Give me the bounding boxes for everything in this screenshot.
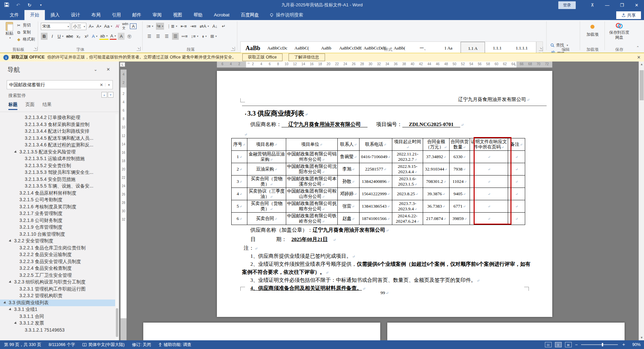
table-cell[interactable]: 5 bbox=[232, 200, 247, 213]
baidu-save-button[interactable]: 保存到百度网盘 bbox=[607, 23, 631, 40]
close-button[interactable]: ✕ bbox=[629, 0, 644, 10]
restore-button[interactable]: ❐ bbox=[615, 0, 629, 10]
table-cell[interactable]: 赵鑫 bbox=[338, 213, 359, 225]
character-shading-button[interactable]: A bbox=[118, 33, 125, 40]
increase-indent-button[interactable]: ⇥≡ bbox=[189, 23, 197, 30]
table-cell[interactable]: 鲁琬莹 bbox=[338, 151, 359, 163]
nav-tree-item[interactable]: 3.2.3 组织机构设置与职责分工制度 bbox=[0, 279, 115, 286]
styles-dialog-launcher[interactable]: ↘ bbox=[539, 47, 543, 51]
nav-tree-item[interactable]: 3.2.3.1 管理机构工作职能运行图 bbox=[0, 286, 115, 293]
nav-tree-item[interactable]: 3.2.3.2 管理机构职责 bbox=[0, 293, 115, 300]
dismiss-license-bar-icon[interactable]: ✕ bbox=[637, 55, 641, 60]
table-cell[interactable]: 李旭 bbox=[338, 163, 359, 176]
table-cell[interactable]: 0416-7106049 bbox=[359, 151, 392, 163]
nav-tab[interactable]: 页面 bbox=[25, 102, 34, 110]
nav-tree-item[interactable]: 3.3.1.1 合同 bbox=[0, 313, 115, 320]
page-header[interactable]: 辽宁九月葵食用油开发有限公司 bbox=[242, 96, 530, 103]
phonetic-guide-button[interactable]: wén文 bbox=[122, 23, 129, 30]
date-line[interactable]: 日 期：2025年08月21日 bbox=[250, 236, 336, 243]
table-cell[interactable]: 36.7383 bbox=[423, 200, 450, 213]
table-cell[interactable]: 9405 bbox=[450, 188, 470, 200]
table-cell[interactable]: 22581577 bbox=[359, 163, 392, 176]
sort-button[interactable]: A↓ bbox=[212, 23, 218, 30]
track-changes-indicator[interactable]: 修订: 关闭 bbox=[132, 342, 151, 348]
zoom-in-icon[interactable]: ＋ bbox=[621, 342, 626, 348]
asian-layout-button[interactable]: ⇄A▾ bbox=[199, 23, 210, 30]
underline-button[interactable]: U▾ bbox=[57, 33, 64, 40]
distribute-button[interactable]: ⇿≡ bbox=[181, 33, 188, 40]
zoom-slider[interactable] bbox=[581, 344, 618, 345]
addins-button[interactable]: 加载项 bbox=[583, 23, 602, 37]
nav-tree-item[interactable]: 3.2.1.3.4.5 配送车辆和配送人员... bbox=[0, 135, 115, 142]
font-size-combo[interactable]: 小三▾ bbox=[72, 23, 86, 30]
table-cell[interactable]: 1 bbox=[232, 151, 247, 163]
share-button[interactable]: 共享 bbox=[616, 11, 641, 19]
ribbon-tab[interactable]: 审阅 bbox=[147, 10, 167, 20]
table-cell[interactable]: 6 bbox=[232, 213, 247, 225]
shrink-font-button[interactable]: A▼ bbox=[96, 23, 102, 30]
superscript-button[interactable]: x² bbox=[83, 33, 90, 40]
subscript-button[interactable]: x₂ bbox=[75, 33, 82, 40]
scroll-down-icon[interactable]: ▼ bbox=[639, 335, 644, 340]
ribbon-tab[interactable]: 布局 bbox=[86, 10, 106, 20]
table-cell[interactable]: 32.910344 bbox=[423, 163, 450, 176]
table-cell[interactable]: 2023.8.25 bbox=[392, 188, 423, 200]
table-cell[interactable]: 中国邮政集团有限公司铁岭市分公司 bbox=[286, 213, 338, 225]
bold-button[interactable]: B bbox=[41, 33, 48, 40]
table-cell[interactable]: 中国邮政集团有限公司本溪市分公司 bbox=[286, 176, 338, 188]
align-center-button[interactable]: ☰ bbox=[155, 33, 161, 40]
paste-button[interactable]: 粘贴▾ bbox=[5, 22, 13, 39]
table-cell[interactable]: 买卖合同 bbox=[247, 213, 286, 225]
nav-tree-item[interactable]: 3.2.1.10 台账管理制度 bbox=[0, 231, 115, 238]
nav-tree-item[interactable]: 3.3 供应商业绩列表 bbox=[0, 300, 115, 307]
table-cell[interactable]: 中国邮政集团有限公司沈阳市分公司 bbox=[286, 163, 338, 176]
table-cell[interactable]: 中国邮政集团有限公司抚顺市分公司 bbox=[286, 200, 338, 213]
language-indicator[interactable]: 简体中文(中国大陆) bbox=[82, 342, 125, 348]
nav-tree-item[interactable]: 3.3.1 业绩1 bbox=[0, 306, 115, 313]
strikethrough-button[interactable]: abc bbox=[65, 33, 74, 40]
nav-tree-item[interactable]: 3.2.1.9 仓库管理制度 bbox=[0, 224, 115, 231]
nav-tree-item[interactable]: 3.2.1.3.5 配送安全风险管理 bbox=[0, 149, 115, 156]
nav-tree-item[interactable]: 3.2.1.3.5.2 安全责任制 bbox=[0, 162, 115, 169]
table-cell[interactable]: 4 bbox=[232, 188, 247, 200]
nav-pane-close-icon[interactable]: ✕ bbox=[106, 67, 110, 72]
expand-triangle-icon[interactable] bbox=[3, 301, 7, 305]
nav-scrollbar[interactable] bbox=[115, 114, 118, 340]
nav-tree-item[interactable]: 3.2.1.3.5.4 安全防范措施 bbox=[0, 176, 115, 183]
table-cell[interactable]: 39.3876 bbox=[423, 188, 450, 200]
nav-tree-item[interactable]: 3.2.1.8 公司财务制度 bbox=[0, 217, 115, 224]
ribbon-tab[interactable]: 视图 bbox=[167, 10, 188, 20]
character-border-button[interactable]: A bbox=[130, 23, 137, 29]
document-scrollbar[interactable]: ▲ ▼ bbox=[639, 62, 644, 340]
align-right-button[interactable]: ☰ bbox=[163, 33, 170, 40]
decrease-indent-button[interactable]: ⇤≡ bbox=[180, 23, 187, 30]
highlight-color-button[interactable]: ab▾ bbox=[99, 33, 108, 40]
table-cell[interactable]: 2023.7.3-2023.9.4 bbox=[392, 200, 423, 213]
nav-tree-item[interactable]: 3.2.2.2 食品安全运输制度 bbox=[0, 251, 115, 258]
nav-tree-item[interactable]: 3.2.2.1 食品仓库卫生岗位责任制 bbox=[0, 245, 115, 252]
table-cell[interactable]: 13841386543 bbox=[359, 200, 392, 213]
supplier-info-line[interactable]: 供应商名称：辽宁九月葵食用油开发有限公司项目编号：ZDLNCG2025-0701 bbox=[250, 121, 464, 128]
text-effects-button[interactable]: A▾ bbox=[91, 33, 98, 40]
learn-more-button[interactable]: 了解详细信息 bbox=[289, 53, 325, 61]
nav-tree-item[interactable]: 3.2.1.3.4.4 配送计划和路线安排 bbox=[0, 128, 115, 135]
nav-tree-item[interactable]: 3.2.1.5 公司考勤制度 bbox=[0, 197, 115, 204]
clipboard-dialog-launcher[interactable]: ↘ bbox=[33, 47, 37, 51]
nav-tree-item[interactable]: 3.2.1.6 考核制度及奖罚制度 bbox=[0, 204, 115, 211]
table-cell[interactable]: 6330 bbox=[450, 151, 470, 163]
copy-button[interactable]: ⧉复制 bbox=[16, 29, 35, 35]
zoom-percentage[interactable]: 90% bbox=[629, 342, 641, 347]
ribbon-tab[interactable]: 邮件 bbox=[127, 10, 147, 20]
font-name-combo[interactable]: 宋体▾ bbox=[41, 23, 70, 30]
previous-result-button[interactable]: ▲ bbox=[101, 92, 107, 98]
table-cell[interactable]: 中国邮政集团有限公司锦州市分公司 bbox=[286, 151, 338, 163]
accessibility-indicator[interactable]: 辅助功能: 调查 bbox=[158, 342, 191, 348]
nav-tree-item[interactable]: 3.2.2.3 食品安全管理人员制度 bbox=[0, 258, 115, 265]
nav-tree-item[interactable]: 3.3.1.2 发票 bbox=[0, 320, 115, 327]
nav-tree-item[interactable]: 3.2.1.4 食品原材料留样制度 bbox=[0, 190, 115, 197]
nav-tree-item[interactable]: 3.2.2.5 工厂卫生安全管理 bbox=[0, 272, 115, 279]
table-cell[interactable]: 2024.6.22-20247.6.24 bbox=[392, 213, 423, 225]
nav-tab[interactable]: 标题 bbox=[8, 102, 17, 110]
table-cell[interactable]: 2023.1.6-2023.1.5 bbox=[392, 176, 423, 188]
table-cell[interactable]: 2022.11.21-2023.2.7 bbox=[392, 151, 423, 163]
